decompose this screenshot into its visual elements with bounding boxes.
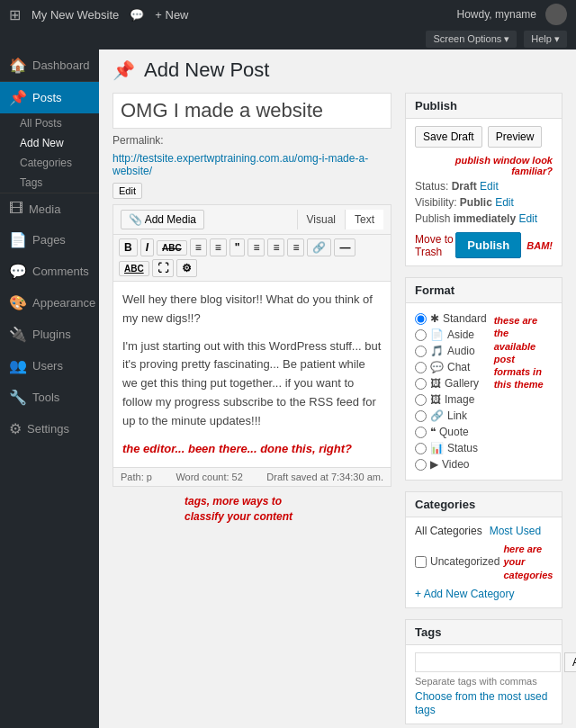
sidebar-sub-add-new[interactable]: Add New [0,133,99,153]
tags-input[interactable] [415,652,561,672]
sidebar-item-dashboard[interactable]: 🏠 Dashboard [0,49,99,81]
bold-btn[interactable]: B [119,238,138,256]
format-radio-gallery[interactable] [415,378,427,390]
editor-content[interactable]: Well hey there blog visitor!! What do yo… [113,282,391,467]
format-label-video: Video [442,458,469,471]
sidebar-item-posts[interactable]: 📌 Posts [0,81,99,113]
save-draft-btn[interactable]: Save Draft [415,126,482,148]
cat-tab-all[interactable]: All Categories [415,525,482,537]
category-item-uncategorized: Uncategorized [415,553,500,570]
spellcheck-btn[interactable]: ABC [119,261,149,276]
publish-btn[interactable]: Publish [455,232,521,258]
sidebar-sub-categories[interactable]: Categories [0,153,99,173]
permalink-url[interactable]: http://testsite.expertwptraining.com.au/… [112,152,392,177]
collapse-menu-btn[interactable]: ◀ Collapse menu [0,723,99,728]
media-icon: 🎞 [9,201,23,217]
sidebar-label-settings: Settings [27,422,69,436]
italic-btn[interactable]: I [140,238,154,256]
sidebar-item-plugins[interactable]: 🔌 Plugins [0,319,99,350]
sidebar-item-appearance[interactable]: 🎨 Appearance [0,287,99,319]
format-radio-audio[interactable] [415,346,427,357]
more-btn[interactable]: — [334,238,356,256]
add-category-link[interactable]: + Add New Category [415,588,514,600]
tags-hint: Separate tags with commas [415,676,553,687]
strikethrough-btn[interactable]: ABC [157,240,187,256]
format-icon-audio: 🎵 [430,345,444,357]
format-radio-standard[interactable] [415,313,427,325]
content-paragraph-2: I'm just starting out with this WordPres… [122,337,382,431]
format-radio-link[interactable] [415,410,427,422]
format-radio-chat[interactable] [415,362,427,373]
admin-bar: ⊞ My New Website 💬 + New Howdy, myname [0,0,576,29]
format-radio-video[interactable] [415,459,427,471]
post-title-input[interactable] [112,93,392,129]
ul-btn[interactable]: ≡ [190,238,207,256]
categories-tabs: All Categories Most Used [415,525,553,537]
align-center-btn[interactable]: ≡ [267,238,284,256]
status-edit-link[interactable]: Edit [480,180,499,193]
sidebar-item-media[interactable]: 🎞 Media [0,193,99,224]
editor-annotation: the editor... been there... done this, r… [122,440,382,459]
format-radio-status[interactable] [415,443,427,454]
new-content-btn[interactable]: + New [155,8,188,22]
sidebar-label-plugins: Plugins [32,328,71,341]
page-title: Add New Post [144,58,269,82]
bam-annotation: BAM! [526,240,553,251]
sidebar-item-users[interactable]: 👥 Users [0,350,99,382]
tags-add-btn[interactable]: Add [564,652,576,672]
sidebar-item-tools[interactable]: 🔧 Tools [0,382,99,413]
permalink-label: Permalink: [112,134,164,147]
link-btn[interactable]: 🔗 [307,238,331,256]
format-radio-image[interactable] [415,394,427,406]
add-media-btn[interactable]: 📎 Add Media [121,210,204,229]
preview-btn[interactable]: Preview [488,126,543,148]
pages-icon: 📄 [9,231,27,248]
permalink-edit-btn[interactable]: Edit [112,183,142,199]
help-button[interactable]: Help ▾ [524,31,567,48]
publish-annotation-text: publish window look familiar? [455,155,553,176]
format-label-image: Image [445,393,474,406]
sidebar-item-comments[interactable]: 💬 Comments [0,256,99,287]
sidebar-label-appearance: Appearance [32,296,95,310]
blockquote-btn[interactable]: " [230,238,246,256]
comments-icon: 💬 [9,263,27,280]
tags-box-content: Add Separate tags with commas Choose fro… [406,645,562,724]
kitchen-sink-btn[interactable]: ⚙ [176,259,197,277]
fullscreen-btn[interactable]: ⛶ [152,259,174,277]
sidebar-item-pages[interactable]: 📄 Pages [0,224,99,256]
publish-timing-edit-link[interactable]: Edit [518,212,537,225]
move-to-trash-link[interactable]: Move to Trash [415,233,455,258]
format-radio-aside[interactable] [415,329,427,341]
pin-icon: 📌 [112,59,135,81]
publish-timing: immediately [454,212,516,225]
site-name[interactable]: My New Website [32,8,119,22]
tab-text[interactable]: Text [345,210,383,229]
comment-bubble-icon: 💬 [130,8,144,22]
tab-visual[interactable]: Visual [297,210,345,229]
format-icon-link: 🔗 [430,409,444,422]
align-left-btn[interactable]: ≡ [248,238,265,256]
category-checkbox-uncategorized[interactable] [415,556,427,568]
users-icon: 👥 [9,357,27,374]
sidebar-sub-tags[interactable]: Tags [0,173,99,193]
cat-tab-most-used[interactable]: Most Used [490,525,541,537]
align-right-btn[interactable]: ≡ [287,238,304,256]
tags-annotation-area: tags, more ways to classify your content [112,494,392,525]
sidebar-sub-all-posts[interactable]: All Posts [0,113,99,133]
categories-annotation: here are your categories [503,543,553,581]
visibility-edit-link[interactable]: Edit [495,196,514,209]
content-wrapper: Permalink: http://testsite.expertwptrain… [112,93,562,728]
ol-btn[interactable]: ≡ [210,238,227,256]
format-radio-quote[interactable] [415,427,427,438]
format-label-audio: Audio [447,345,475,357]
choose-tags-link[interactable]: Choose from the most used tags [415,690,547,716]
content-paragraph-1: Well hey there blog visitor!! What do yo… [122,291,382,328]
categories-list: Uncategorized here are your categories [415,543,553,581]
sidebar-label-tools: Tools [32,391,59,404]
permalink-bar: Permalink: http://testsite.expertwptrain… [112,134,392,199]
publish-actions: Save Draft Preview [415,126,553,148]
sidebar-item-settings[interactable]: ⚙ Settings [0,413,99,445]
plugins-icon: 🔌 [9,326,27,343]
format-label-link: Link [447,409,467,422]
screen-options-button[interactable]: Screen Options ▾ [426,31,517,48]
